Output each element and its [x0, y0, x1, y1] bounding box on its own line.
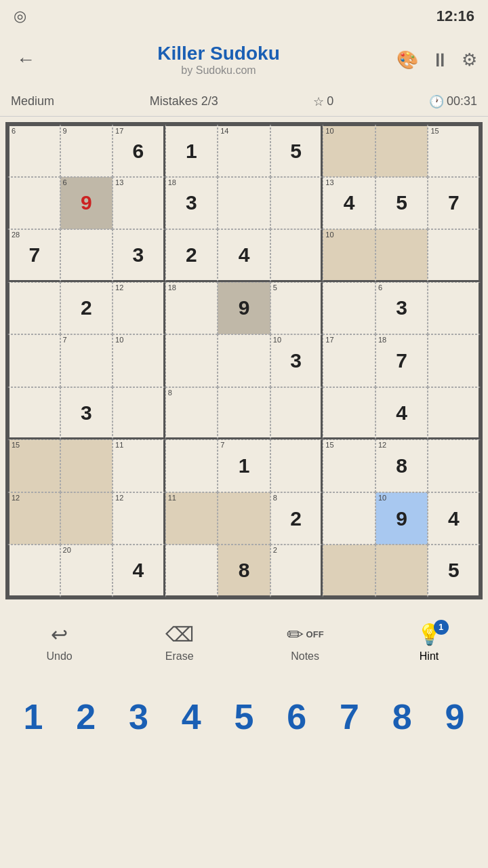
cell-r2-c2[interactable]: 3 [113, 229, 165, 282]
cell-r7-c0[interactable]: 12 [7, 492, 60, 545]
cell-r8-c8[interactable]: 5 [428, 545, 481, 597]
erase-button[interactable]: ⌫ Erase [165, 623, 194, 663]
cell-r7-c7[interactable]: 109 [375, 492, 428, 545]
cell-r2-c4[interactable]: 4 [218, 229, 270, 282]
cell-r4-c7[interactable]: 187 [375, 334, 428, 387]
cell-r1-c7[interactable]: 5 [375, 177, 428, 230]
undo-button[interactable]: ↩ Undo [46, 623, 72, 663]
cell-r0-c3[interactable]: 1 [165, 124, 218, 177]
cell-r2-c1[interactable] [60, 229, 113, 282]
notes-button[interactable]: ✏ OFF Notes [287, 623, 324, 663]
cell-r7-c2[interactable]: 12 [113, 492, 165, 545]
cell-r4-c2[interactable]: 10 [113, 334, 165, 387]
cell-r6-c2[interactable]: 11 [113, 439, 165, 492]
cell-r4-c6[interactable]: 17 [323, 334, 375, 387]
cell-r8-c3[interactable] [165, 545, 218, 597]
cell-r8-c0[interactable] [7, 545, 60, 597]
cell-r1-c6[interactable]: 134 [323, 177, 375, 230]
numpad-button-1[interactable]: 1 [10, 696, 56, 737]
cell-r3-c0[interactable] [7, 282, 60, 335]
cell-r2-c5[interactable] [270, 229, 323, 282]
cell-r0-c0[interactable]: 6 [7, 124, 60, 177]
cell-r1-c1[interactable]: 69 [60, 177, 113, 230]
palette-button[interactable]: 🎨 [396, 50, 418, 71]
cage-label-r7-c0: 12 [12, 494, 20, 502]
cell-r0-c1[interactable]: 9 [60, 124, 113, 177]
cell-r5-c4[interactable] [218, 387, 270, 440]
cell-r0-c4[interactable]: 14 [218, 124, 270, 177]
cell-r5-c8[interactable] [428, 387, 481, 440]
cell-r3-c1[interactable]: 2 [60, 282, 113, 335]
cell-r7-c6[interactable] [323, 492, 375, 545]
cell-r7-c4[interactable] [218, 492, 270, 545]
cell-r1-c0[interactable] [7, 177, 60, 230]
cell-r4-c8[interactable] [428, 334, 481, 387]
cell-r8-c2[interactable]: 4 [113, 545, 165, 597]
numpad-button-4[interactable]: 4 [168, 696, 214, 737]
numpad-button-7[interactable]: 7 [326, 696, 372, 737]
numpad-button-8[interactable]: 8 [379, 696, 425, 737]
cell-r3-c2[interactable]: 12 [113, 282, 165, 335]
cell-r2-c3[interactable]: 2 [165, 229, 218, 282]
cell-r5-c1[interactable]: 3 [60, 387, 113, 440]
cell-r8-c6[interactable] [323, 545, 375, 597]
cell-r4-c5[interactable]: 103 [270, 334, 323, 387]
cell-r4-c1[interactable]: 7 [60, 334, 113, 387]
cell-r5-c3[interactable]: 8 [165, 387, 218, 440]
cell-r7-c3[interactable]: 11 [165, 492, 218, 545]
cell-r6-c3[interactable] [165, 439, 218, 492]
cell-r3-c6[interactable] [323, 282, 375, 335]
settings-button[interactable]: ⚙ [462, 50, 477, 71]
cell-r3-c8[interactable] [428, 282, 481, 335]
numpad-button-2[interactable]: 2 [63, 696, 109, 737]
numpad-button-6[interactable]: 6 [274, 696, 320, 737]
cell-r5-c2[interactable] [113, 387, 165, 440]
cell-r1-c2[interactable]: 13 [113, 177, 165, 230]
cell-r0-c8[interactable]: 15 [428, 124, 481, 177]
cell-r3-c4[interactable]: 9 [218, 282, 270, 335]
cell-r4-c0[interactable] [7, 334, 60, 387]
cell-r6-c4[interactable]: 71 [218, 439, 270, 492]
cell-r6-c0[interactable]: 15 [7, 439, 60, 492]
cell-r1-c8[interactable]: 7 [428, 177, 481, 230]
cell-r8-c4[interactable]: 8 [218, 545, 270, 597]
numpad-button-9[interactable]: 9 [432, 696, 478, 737]
cell-r2-c0[interactable]: 287 [7, 229, 60, 282]
cell-r5-c7[interactable]: 4 [375, 387, 428, 440]
cell-r7-c8[interactable]: 4 [428, 492, 481, 545]
cell-r2-c7[interactable] [375, 229, 428, 282]
cell-r0-c2[interactable]: 176 [113, 124, 165, 177]
cell-r6-c1[interactable] [60, 439, 113, 492]
cell-r1-c4[interactable] [218, 177, 270, 230]
cell-r2-c8[interactable] [428, 229, 481, 282]
cell-r5-c6[interactable] [323, 387, 375, 440]
cell-r1-c3[interactable]: 183 [165, 177, 218, 230]
cell-r6-c5[interactable] [270, 439, 323, 492]
cell-r0-c5[interactable]: 5 [270, 124, 323, 177]
hint-button[interactable]: 💡 1 Hint [417, 623, 442, 663]
cell-r8-c5[interactable]: 2 [270, 545, 323, 597]
cell-r8-c1[interactable]: 20 [60, 545, 113, 597]
numpad-button-5[interactable]: 5 [221, 696, 267, 737]
cell-r0-c6[interactable]: 10 [323, 124, 375, 177]
cell-r4-c4[interactable] [218, 334, 270, 387]
cell-r3-c7[interactable]: 63 [375, 282, 428, 335]
cell-r6-c6[interactable]: 15 [323, 439, 375, 492]
numpad-button-3[interactable]: 3 [115, 696, 161, 737]
cell-r8-c7[interactable] [375, 545, 428, 597]
cell-r2-c6[interactable]: 10 [323, 229, 375, 282]
cell-r6-c8[interactable] [428, 439, 481, 492]
cell-r1-c5[interactable] [270, 177, 323, 230]
cell-r6-c7[interactable]: 128 [375, 439, 428, 492]
cell-value-r8-c4: 8 [239, 559, 250, 582]
cell-r5-c0[interactable] [7, 387, 60, 440]
cell-r0-c7[interactable] [375, 124, 428, 177]
cell-r7-c5[interactable]: 82 [270, 492, 323, 545]
cell-r4-c3[interactable] [165, 334, 218, 387]
pause-button[interactable]: ⏸ [430, 49, 449, 71]
back-button[interactable]: ← [11, 46, 41, 73]
cell-r3-c3[interactable]: 18 [165, 282, 218, 335]
cell-r7-c1[interactable] [60, 492, 113, 545]
cell-r5-c5[interactable] [270, 387, 323, 440]
cell-r3-c5[interactable]: 5 [270, 282, 323, 335]
